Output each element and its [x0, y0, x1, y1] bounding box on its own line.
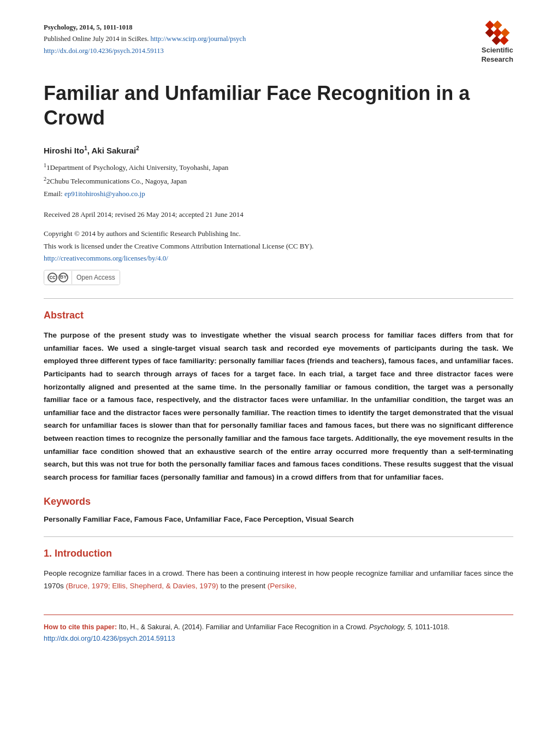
- author1-name: Hiroshi Ito: [44, 146, 84, 155]
- doi-link[interactable]: http://dx.doi.org/10.4236/psych.2014.591…: [44, 47, 164, 55]
- cite-pages: 1011-1018.: [415, 623, 449, 631]
- doi-line: http://dx.doi.org/10.4236/psych.2014.591…: [44, 45, 246, 57]
- journal-info: Psychology, 2014, 5, 1011-1018: [44, 22, 246, 33]
- cite-journal: Psychology, 5,: [369, 623, 413, 631]
- published-line: Published Online July 2014 in SciRes. ht…: [44, 33, 246, 45]
- page-header: Psychology, 2014, 5, 1011-1018 Published…: [44, 22, 513, 64]
- publisher-name: Scientific Research: [481, 46, 513, 64]
- journal-url-link[interactable]: http://www.scirp.org/journal/psych: [151, 35, 246, 43]
- cc-badge: cc BY Open Access: [44, 270, 120, 285]
- license-text: This work is licensed under the Creative…: [44, 240, 513, 252]
- author2-name: , Aki Sakurai: [87, 146, 137, 155]
- by-icon: BY: [58, 273, 68, 282]
- diamond-icon-7: [499, 36, 508, 45]
- logo-diamonds: [487, 22, 508, 44]
- keywords-body: Personally Familiar Face, Famous Face, U…: [44, 515, 513, 523]
- abstract-body: The purpose of the present study was to …: [44, 329, 513, 484]
- keywords-title: Keywords: [44, 496, 513, 507]
- affiliation-2: 22Chubu Telecommunications Co., Nagoya, …: [44, 174, 513, 188]
- how-to-cite-section: How to cite this paper: Ito, H., & Sakur…: [44, 615, 513, 645]
- intro-title: 1. Introduction: [44, 548, 513, 559]
- cite-text: Ito, H., & Sakurai, A. (2014). Familiar …: [119, 623, 368, 631]
- diamond-icon-5: [500, 28, 509, 38]
- keywords-section: Keywords Personally Familiar Face, Famou…: [44, 496, 513, 523]
- open-access-label: Open Access: [72, 270, 120, 285]
- cite-label: How to cite this paper:: [44, 623, 117, 631]
- abstract-section: Abstract The purpose of the present stud…: [44, 310, 513, 484]
- authors-section: Hiroshi Ito1, Aki Sakurai2: [44, 145, 513, 155]
- cite-link-2[interactable]: (Persike,: [268, 582, 297, 590]
- divider-1: [44, 298, 513, 299]
- author2-sup: 2: [136, 145, 139, 151]
- email-line: Email: ep91itohiroshi@yahoo.co.jp: [44, 187, 513, 200]
- introduction-section: 1. Introduction People recognize familia…: [44, 548, 513, 593]
- intro-body: People recognize familiar faces in a cro…: [44, 567, 513, 593]
- email-link[interactable]: ep91itohiroshi@yahoo.co.jp: [64, 190, 145, 198]
- cc-icon: cc: [48, 273, 57, 282]
- publisher-logo: Scientific Research: [481, 22, 513, 64]
- copyright-section: Copyright © 2014 by authors and Scientif…: [44, 228, 513, 285]
- copyright-text: Copyright © 2014 by authors and Scientif…: [44, 228, 513, 240]
- affiliations: 11Department of Psychology, Aichi Univer…: [44, 161, 513, 200]
- cc-icons: cc BY: [44, 271, 72, 284]
- article-title: Familiar and Unfamiliar Face Recognition…: [44, 81, 513, 130]
- cite-doi-link[interactable]: http://dx.doi.org/10.4236/psych.2014.591…: [44, 635, 175, 642]
- received-line: Received 28 April 2014; revised 26 May 2…: [44, 209, 513, 221]
- affiliation-1: 11Department of Psychology, Aichi Univer…: [44, 161, 513, 174]
- journal-meta: Psychology, 2014, 5, 1011-1018 Published…: [44, 22, 246, 57]
- divider-2: [44, 536, 513, 537]
- cite-link-1[interactable]: (Bruce, 1979; Ellis, Shepherd, & Davies,…: [66, 582, 218, 590]
- abstract-title: Abstract: [44, 310, 513, 321]
- cc-url-link[interactable]: http://creativecommons.org/licenses/by/4…: [44, 254, 168, 262]
